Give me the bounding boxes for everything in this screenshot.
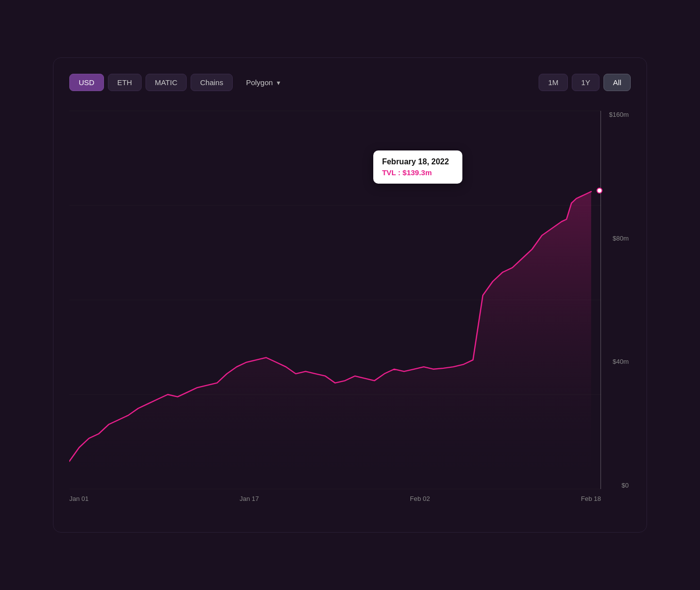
y-label-0: $0 xyxy=(622,482,629,489)
filter-eth[interactable]: ETH xyxy=(108,74,142,91)
tooltip-dot xyxy=(597,188,602,194)
x-label-feb18: Feb 18 xyxy=(581,495,600,502)
tvl-chart xyxy=(69,111,601,489)
timeframe-1y[interactable]: 1Y xyxy=(572,74,600,91)
x-label-jan01: Jan 01 xyxy=(69,495,89,502)
x-label-feb02: Feb 02 xyxy=(410,495,430,502)
chevron-down-icon: ▾ xyxy=(277,79,280,87)
tooltip-tvl: TVL : $139.3m xyxy=(382,168,453,177)
chart-area: $160m $80m $40m $0 xyxy=(69,111,631,514)
tooltip-date: February 18, 2022 xyxy=(382,157,453,166)
y-label-160m: $160m xyxy=(609,111,629,118)
y-label-40m: $40m xyxy=(612,358,629,365)
y-label-80m: $80m xyxy=(612,235,629,242)
toolbar-right: 1M 1Y All xyxy=(539,74,631,91)
timeframe-all[interactable]: All xyxy=(603,74,631,91)
timeframe-1m[interactable]: 1M xyxy=(539,74,568,91)
dropdown-label: Polygon xyxy=(246,78,273,87)
toolbar-left: USD ETH MATIC Chains Polygon ▾ xyxy=(69,74,535,91)
hover-line xyxy=(600,111,601,489)
dropdown-polygon[interactable]: Polygon ▾ xyxy=(237,74,290,91)
chart-container: USD ETH MATIC Chains Polygon ▾ 1M 1Y All… xyxy=(53,57,647,533)
chart-svg-container xyxy=(69,111,601,489)
tooltip: February 18, 2022 TVL : $139.3m xyxy=(373,150,462,184)
x-axis: Jan 01 Jan 17 Feb 02 Feb 18 xyxy=(69,489,601,514)
toolbar: USD ETH MATIC Chains Polygon ▾ 1M 1Y All xyxy=(69,74,631,91)
filter-matic[interactable]: MATIC xyxy=(146,74,187,91)
x-label-jan17: Jan 17 xyxy=(240,495,259,502)
filter-usd[interactable]: USD xyxy=(69,74,104,91)
filter-chains[interactable]: Chains xyxy=(191,74,233,91)
y-axis: $160m $80m $40m $0 xyxy=(601,111,631,489)
